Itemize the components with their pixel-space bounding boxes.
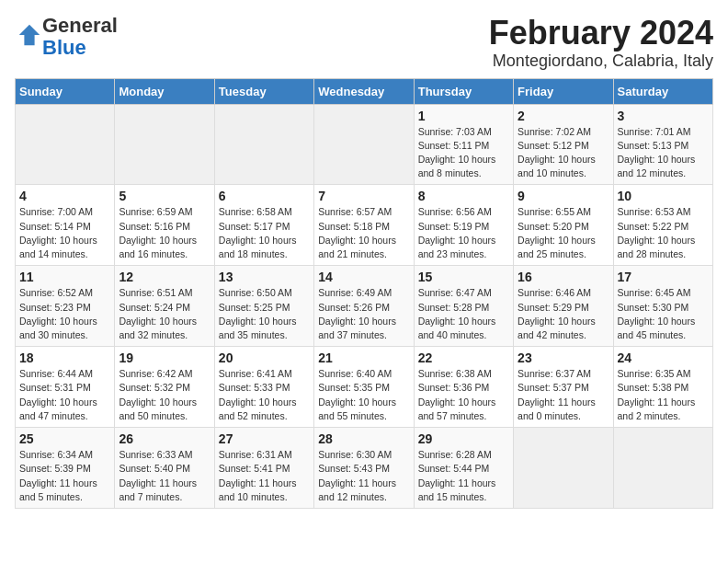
day-info: Sunrise: 6:35 AM Sunset: 5:38 PM Dayligh… — [618, 367, 709, 423]
day-number: 1 — [418, 109, 509, 123]
day-info: Sunrise: 7:02 AM Sunset: 5:12 PM Dayligh… — [518, 125, 609, 181]
day-number: 9 — [518, 189, 609, 203]
page-subtitle: Montegiordano, Calabria, Italy — [489, 52, 713, 71]
day-info: Sunrise: 6:37 AM Sunset: 5:37 PM Dayligh… — [518, 367, 609, 423]
day-number: 25 — [19, 431, 110, 446]
day-number: 29 — [418, 431, 509, 446]
day-info: Sunrise: 6:45 AM Sunset: 5:30 PM Dayligh… — [618, 286, 709, 342]
calendar-week-row: 1Sunrise: 7:03 AM Sunset: 5:11 PM Daylig… — [16, 104, 713, 185]
day-info: Sunrise: 6:33 AM Sunset: 5:40 PM Dayligh… — [119, 448, 210, 504]
calendar-header-sunday: Sunday — [16, 78, 115, 104]
calendar-cell: 24Sunrise: 6:35 AM Sunset: 5:38 PM Dayli… — [613, 347, 712, 428]
day-number: 26 — [119, 431, 210, 446]
day-number: 28 — [318, 431, 409, 446]
calendar-cell: 8Sunrise: 6:56 AM Sunset: 5:19 PM Daylig… — [414, 185, 513, 266]
logo: General Blue — [15, 15, 118, 59]
day-number: 22 — [418, 350, 509, 365]
day-number: 24 — [618, 350, 709, 365]
day-number: 19 — [119, 350, 210, 365]
day-number: 15 — [418, 270, 509, 284]
day-info: Sunrise: 6:49 AM Sunset: 5:26 PM Dayligh… — [318, 286, 409, 342]
day-number: 13 — [219, 270, 310, 284]
calendar-week-row: 25Sunrise: 6:34 AM Sunset: 5:39 PM Dayli… — [16, 428, 713, 509]
day-number: 16 — [518, 270, 609, 284]
calendar-cell: 6Sunrise: 6:58 AM Sunset: 5:17 PM Daylig… — [214, 185, 313, 266]
day-info: Sunrise: 6:56 AM Sunset: 5:19 PM Dayligh… — [418, 205, 509, 261]
day-info: Sunrise: 6:40 AM Sunset: 5:35 PM Dayligh… — [318, 367, 409, 423]
calendar-cell — [115, 104, 214, 185]
calendar-week-row: 4Sunrise: 7:00 AM Sunset: 5:14 PM Daylig… — [16, 185, 713, 266]
calendar-header-saturday: Saturday — [613, 78, 712, 104]
calendar-cell: 11Sunrise: 6:52 AM Sunset: 5:23 PM Dayli… — [16, 266, 115, 347]
day-info: Sunrise: 6:42 AM Sunset: 5:32 PM Dayligh… — [119, 367, 210, 423]
calendar-cell: 22Sunrise: 6:38 AM Sunset: 5:36 PM Dayli… — [414, 347, 513, 428]
calendar-cell: 18Sunrise: 6:44 AM Sunset: 5:31 PM Dayli… — [16, 347, 115, 428]
day-info: Sunrise: 6:59 AM Sunset: 5:16 PM Dayligh… — [119, 205, 210, 261]
day-number: 2 — [518, 109, 609, 123]
day-number: 3 — [618, 109, 709, 123]
day-info: Sunrise: 6:58 AM Sunset: 5:17 PM Dayligh… — [219, 205, 310, 261]
title-block: February 2024 Montegiordano, Calabria, I… — [489, 15, 713, 71]
day-info: Sunrise: 6:34 AM Sunset: 5:39 PM Dayligh… — [19, 448, 110, 504]
day-number: 10 — [618, 189, 709, 203]
page-header: General Blue February 2024 Montegiordano… — [15, 15, 713, 71]
calendar-cell: 9Sunrise: 6:55 AM Sunset: 5:20 PM Daylig… — [514, 185, 613, 266]
calendar-cell — [613, 428, 712, 509]
calendar-cell: 16Sunrise: 6:46 AM Sunset: 5:29 PM Dayli… — [514, 266, 613, 347]
calendar-header-thursday: Thursday — [414, 78, 513, 104]
calendar-week-row: 11Sunrise: 6:52 AM Sunset: 5:23 PM Dayli… — [16, 266, 713, 347]
day-number: 12 — [119, 270, 210, 284]
calendar-cell: 17Sunrise: 6:45 AM Sunset: 5:30 PM Dayli… — [613, 266, 712, 347]
calendar-cell: 3Sunrise: 7:01 AM Sunset: 5:13 PM Daylig… — [613, 104, 712, 185]
day-number: 20 — [219, 350, 310, 365]
day-info: Sunrise: 6:52 AM Sunset: 5:23 PM Dayligh… — [19, 286, 110, 342]
calendar-header-wednesday: Wednesday — [314, 78, 414, 104]
logo-general-text: General — [42, 14, 118, 37]
day-info: Sunrise: 6:28 AM Sunset: 5:44 PM Dayligh… — [418, 448, 509, 504]
calendar-cell: 20Sunrise: 6:41 AM Sunset: 5:33 PM Dayli… — [214, 347, 313, 428]
day-number: 6 — [219, 189, 310, 203]
day-info: Sunrise: 6:51 AM Sunset: 5:24 PM Dayligh… — [119, 286, 210, 342]
calendar-cell: 26Sunrise: 6:33 AM Sunset: 5:40 PM Dayli… — [115, 428, 214, 509]
calendar-cell: 12Sunrise: 6:51 AM Sunset: 5:24 PM Dayli… — [115, 266, 214, 347]
day-number: 7 — [318, 189, 409, 203]
day-info: Sunrise: 6:50 AM Sunset: 5:25 PM Dayligh… — [219, 286, 310, 342]
day-info: Sunrise: 6:30 AM Sunset: 5:43 PM Dayligh… — [318, 448, 409, 504]
calendar-cell — [16, 104, 115, 185]
calendar-cell — [214, 104, 313, 185]
day-info: Sunrise: 6:31 AM Sunset: 5:41 PM Dayligh… — [219, 448, 310, 504]
calendar-cell: 13Sunrise: 6:50 AM Sunset: 5:25 PM Dayli… — [214, 266, 313, 347]
calendar-cell: 15Sunrise: 6:47 AM Sunset: 5:28 PM Dayli… — [414, 266, 513, 347]
day-number: 23 — [518, 350, 609, 365]
logo-blue-text: Blue — [42, 36, 86, 59]
calendar-cell: 4Sunrise: 7:00 AM Sunset: 5:14 PM Daylig… — [16, 185, 115, 266]
page-title: February 2024 — [489, 15, 713, 52]
day-number: 14 — [318, 270, 409, 284]
calendar-cell — [514, 428, 613, 509]
calendar-cell: 10Sunrise: 6:53 AM Sunset: 5:22 PM Dayli… — [613, 185, 712, 266]
day-number: 8 — [418, 189, 509, 203]
day-info: Sunrise: 6:47 AM Sunset: 5:28 PM Dayligh… — [418, 286, 509, 342]
day-number: 27 — [219, 431, 310, 446]
calendar-cell: 21Sunrise: 6:40 AM Sunset: 5:35 PM Dayli… — [314, 347, 414, 428]
calendar-header-row: SundayMondayTuesdayWednesdayThursdayFrid… — [16, 78, 713, 104]
calendar-cell — [314, 104, 414, 185]
day-number: 4 — [19, 189, 110, 203]
calendar-cell: 7Sunrise: 6:57 AM Sunset: 5:18 PM Daylig… — [314, 185, 414, 266]
calendar-week-row: 18Sunrise: 6:44 AM Sunset: 5:31 PM Dayli… — [16, 347, 713, 428]
day-info: Sunrise: 7:03 AM Sunset: 5:11 PM Dayligh… — [418, 125, 509, 181]
logo-icon — [17, 22, 42, 48]
day-number: 11 — [19, 270, 110, 284]
calendar-cell: 5Sunrise: 6:59 AM Sunset: 5:16 PM Daylig… — [115, 185, 214, 266]
day-number: 18 — [19, 350, 110, 365]
day-info: Sunrise: 6:53 AM Sunset: 5:22 PM Dayligh… — [618, 205, 709, 261]
calendar-cell: 25Sunrise: 6:34 AM Sunset: 5:39 PM Dayli… — [16, 428, 115, 509]
day-info: Sunrise: 6:57 AM Sunset: 5:18 PM Dayligh… — [318, 205, 409, 261]
calendar-cell: 28Sunrise: 6:30 AM Sunset: 5:43 PM Dayli… — [314, 428, 414, 509]
calendar-header-friday: Friday — [514, 78, 613, 104]
calendar-cell: 27Sunrise: 6:31 AM Sunset: 5:41 PM Dayli… — [214, 428, 313, 509]
calendar-cell: 19Sunrise: 6:42 AM Sunset: 5:32 PM Dayli… — [115, 347, 214, 428]
day-number: 17 — [618, 270, 709, 284]
day-info: Sunrise: 7:01 AM Sunset: 5:13 PM Dayligh… — [618, 125, 709, 181]
day-number: 5 — [119, 189, 210, 203]
